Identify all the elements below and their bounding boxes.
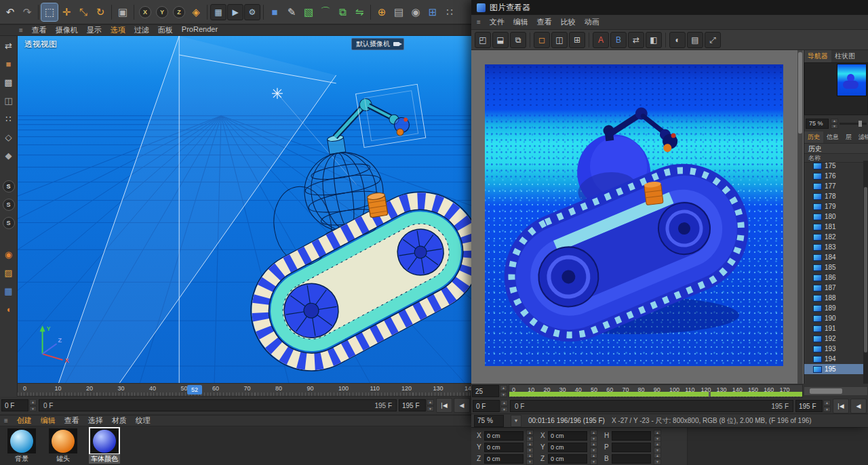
value-spinner[interactable]: ▲▼ (823, 400, 831, 412)
add-cube-icon[interactable]: ■ (267, 3, 283, 21)
spin-up-icon[interactable]: ▲ (831, 119, 838, 123)
move-icon[interactable]: ✛ (58, 3, 75, 21)
camera-tool-icon[interactable]: ◉ (408, 3, 424, 21)
material-menu-item-2[interactable]: 查看 (64, 416, 79, 426)
pv-menu-item-4[interactable]: 动画 (585, 17, 599, 27)
history-item[interactable]: 187 (804, 283, 863, 293)
spin-up-icon[interactable]: ▲ (500, 385, 507, 391)
last-tool-icon[interactable]: ▣ (115, 3, 131, 21)
timeline-playhead[interactable]: 52 (187, 385, 202, 395)
redo-icon[interactable]: ↷ (19, 3, 35, 21)
y-axis-lock-icon[interactable]: Y (154, 3, 170, 21)
scale-icon[interactable]: ⤡ (75, 3, 92, 21)
viewport-menu-grip-icon[interactable]: ≡ (19, 26, 23, 34)
spin-up-icon[interactable]: ▲ (427, 399, 434, 405)
pv-menu-item-1[interactable]: 编辑 (513, 17, 528, 27)
value-spinner[interactable]: ▲▼ (526, 441, 534, 453)
history-item[interactable]: 175 (804, 161, 863, 171)
pv-frame-range-slider[interactable]: 0 F 195 F (510, 400, 793, 412)
layer-grid-icon[interactable]: ▦ (2, 284, 16, 298)
material-menu-item-0[interactable]: 创建 (17, 416, 32, 426)
spin-up-icon[interactable]: ▲ (654, 453, 661, 459)
dual-view-icon[interactable]: ◫ (551, 32, 568, 48)
single-view-icon[interactable]: ◻ (534, 32, 550, 48)
history-item[interactable]: 192 (804, 333, 863, 344)
viewport-menu-item-1[interactable]: 摄像机 (56, 25, 78, 35)
coordinate-field-y[interactable]: 0 cm (484, 443, 524, 452)
tab-历史[interactable]: 历史 (804, 132, 823, 143)
navigator-zoom-field[interactable]: 75 % (806, 119, 829, 129)
texture-mode-icon[interactable]: ▩ (2, 75, 16, 89)
viewport-options-icon[interactable]: ∷ (441, 3, 458, 21)
viewport-menu-item-3[interactable]: 选项 (111, 25, 125, 35)
material-menu-item-5[interactable]: 纹理 (136, 416, 151, 426)
viewport-menu-item-2[interactable]: 显示 (87, 25, 102, 35)
pv-previous-frame-button[interactable]: ◀ (850, 399, 867, 413)
instance-icon[interactable]: ⧉ (334, 3, 351, 21)
live-selection-icon[interactable]: ⬚ (41, 3, 58, 21)
material-thumbnail[interactable] (7, 428, 36, 453)
workplane-mode-icon[interactable]: ◫ (2, 94, 16, 107)
history-item[interactable]: 191 (804, 323, 863, 333)
pv-menu-item-2[interactable]: 查看 (537, 17, 552, 27)
fullscreen-icon[interactable]: ⤢ (705, 32, 721, 48)
history-scrollbar[interactable] (863, 161, 868, 384)
compare-b-icon[interactable]: B (610, 32, 627, 48)
history-item[interactable]: 177 (804, 181, 863, 191)
spin-down-icon[interactable]: ▼ (29, 406, 37, 412)
frame-start-field[interactable]: 0 F (1, 399, 28, 411)
pv-menu-item-3[interactable]: 比较 (561, 17, 576, 27)
spin-up-icon[interactable]: ▲ (526, 441, 534, 447)
coordinate-field-z[interactable]: 0 cm (548, 454, 587, 464)
material-menu-item-4[interactable]: 材质 (112, 416, 127, 426)
spin-down-icon[interactable]: ▼ (590, 459, 597, 465)
paint-drop-icon[interactable]: ◉ (2, 247, 16, 261)
material-item[interactable]: 背景 (4, 428, 39, 464)
tab-柱状图[interactable]: 柱状图 (831, 50, 859, 62)
value-spinner[interactable]: ▲▼ (526, 453, 534, 465)
channels-icon[interactable]: ◐ (669, 32, 686, 48)
copy-icon[interactable]: ⧉ (510, 32, 526, 48)
material-menu-grip-icon[interactable]: ≡ (4, 417, 8, 424)
coordinate-field-x[interactable]: 0 cm (484, 431, 524, 441)
viewport-menu-item-6[interactable]: ProRender (182, 25, 218, 35)
frame-range-slider[interactable]: 0 F 195 F (39, 399, 397, 411)
spin-down-icon[interactable]: ▼ (823, 407, 831, 413)
spin-up-icon[interactable]: ▲ (654, 430, 661, 436)
coordinate-field-p[interactable] (612, 443, 651, 452)
perspective-viewport[interactable]: Y X Z 透视视图 默认摄像机 (18, 36, 471, 383)
spin-down-icon[interactable]: ▼ (500, 407, 508, 413)
history-item[interactable]: 193 (804, 344, 863, 354)
edges-mode-icon[interactable]: ◇ (2, 130, 16, 144)
spin-up-icon[interactable]: ▲ (654, 441, 661, 447)
value-spinner[interactable]: ▲▼ (590, 430, 597, 442)
axis-icon[interactable]: ⊕ (374, 3, 390, 21)
enable-snap-icon[interactable]: S (2, 180, 16, 193)
history-item[interactable]: 188 (804, 293, 863, 303)
make-editable-icon[interactable]: ⇄ (2, 39, 16, 52)
viewport-canvas[interactable]: Y X Z (18, 36, 471, 383)
compare-a-icon[interactable]: A (593, 32, 609, 48)
pv-menu-item-0[interactable]: 文件 (490, 17, 505, 27)
value-spinner[interactable]: ▲▼ (526, 430, 534, 442)
history-item[interactable]: 180 (804, 211, 863, 222)
value-spinner[interactable]: ▲▼ (590, 453, 597, 465)
snap-3d-icon[interactable]: S (2, 216, 16, 230)
navigator-preview[interactable] (804, 62, 868, 115)
previous-frame-button[interactable]: ◀ (454, 398, 470, 413)
coordinate-field-y[interactable]: 0 cm (548, 443, 587, 452)
render-view-icon[interactable]: ▦ (210, 4, 226, 20)
coordinate-field-h[interactable] (612, 431, 651, 441)
timeline-ruler[interactable]: 52 0102030405060708090100110120130140 (18, 383, 471, 397)
value-spinner[interactable]: ▲▼ (590, 441, 597, 453)
layers-icon[interactable]: ▤ (687, 32, 703, 48)
material-menu-item-3[interactable]: 选择 (88, 416, 103, 426)
material-item[interactable]: 罐头 (45, 428, 81, 464)
render-settings-icon[interactable]: ⚙ (244, 4, 260, 20)
hatch-icon[interactable]: ▨ (2, 266, 16, 279)
navigator-zoom-slider[interactable] (840, 123, 867, 125)
viewport-menu-item-0[interactable]: 查看 (32, 25, 47, 35)
history-item[interactable]: 189 (804, 303, 863, 313)
pv-zoom-field[interactable]: 75 % (474, 415, 504, 427)
spin-down-icon[interactable]: ▼ (831, 124, 838, 129)
